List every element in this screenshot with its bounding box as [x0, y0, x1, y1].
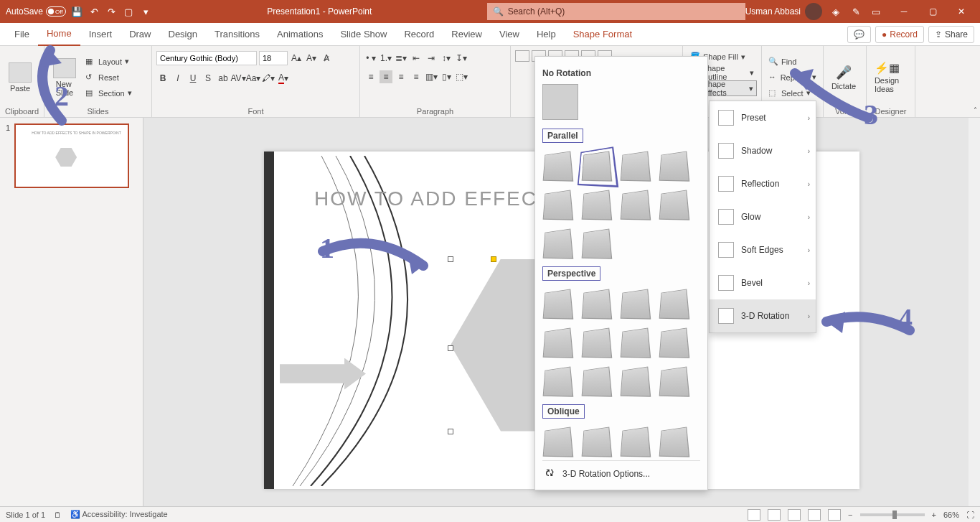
rotation-preset[interactable]: [582, 151, 613, 181]
maximize-button[interactable]: ▢: [918, 0, 947, 23]
rotation-preset[interactable]: [621, 327, 651, 358]
slideshow-icon[interactable]: ▢: [122, 5, 135, 18]
adjust-handle[interactable]: [491, 256, 496, 262]
close-button[interactable]: ✕: [947, 0, 976, 23]
normal-view-button[interactable]: [748, 509, 760, 521]
rotation-preset[interactable]: [582, 190, 613, 220]
rotation-preset[interactable]: [543, 151, 574, 181]
underline-button[interactable]: U: [187, 72, 199, 85]
no-rotation-swatch[interactable]: [542, 84, 578, 120]
rotation-preset[interactable]: [543, 228, 574, 258]
zoom-out-button[interactable]: −: [848, 511, 852, 519]
menu-reflection[interactable]: Reflection›: [710, 167, 816, 200]
char-spacing-button[interactable]: AV▾: [232, 72, 245, 85]
rotation-preset[interactable]: [582, 427, 613, 457]
fit-window-button[interactable]: ⛶: [966, 511, 974, 519]
tab-review[interactable]: Review: [443, 23, 491, 46]
zoom-slider[interactable]: [860, 513, 925, 516]
diamond-icon[interactable]: ◈: [829, 5, 842, 18]
align-text-button[interactable]: ▯▾: [440, 70, 453, 83]
rotation-preset[interactable]: [659, 427, 690, 457]
tab-shape-format[interactable]: Shape Format: [565, 23, 641, 46]
rotation-preset[interactable]: [621, 289, 651, 319]
increase-font-icon[interactable]: A▴: [290, 52, 303, 65]
menu-soft-edges[interactable]: Soft Edges›: [710, 233, 816, 266]
rotation-preset[interactable]: [582, 228, 613, 258]
font-size-select[interactable]: [259, 51, 288, 65]
notes-icon[interactable]: 🗒: [54, 511, 62, 519]
list-levels-button[interactable]: ≣▾: [395, 52, 407, 65]
rotation-preset[interactable]: [582, 366, 613, 396]
bold-button[interactable]: B: [156, 72, 169, 85]
tab-animations[interactable]: Animations: [268, 23, 331, 46]
autosave-toggle[interactable]: AutoSave Off: [6, 6, 66, 17]
rotation-preset[interactable]: [621, 427, 651, 457]
tab-design[interactable]: Design: [160, 23, 206, 46]
align-left-button[interactable]: ≡: [364, 70, 377, 83]
rotation-preset[interactable]: [543, 327, 574, 358]
change-case-button[interactable]: Aa▾: [247, 72, 260, 85]
tab-insert[interactable]: Insert: [80, 23, 121, 46]
tab-transitions[interactable]: Transitions: [206, 23, 268, 46]
undo-icon[interactable]: ↶: [88, 5, 100, 18]
rotation-options-button[interactable]: 🗘 3-D Rotation Options...: [542, 460, 700, 483]
decrease-font-icon[interactable]: A▾: [305, 52, 318, 65]
pencil-icon[interactable]: ✎: [849, 5, 862, 18]
smartart-button[interactable]: ⬚▾: [455, 70, 468, 83]
align-right-button[interactable]: ≡: [395, 70, 407, 83]
menu-3d-rotation[interactable]: 3-D Rotation›: [710, 299, 816, 332]
reading-view-button[interactable]: [788, 509, 801, 521]
menu-glow[interactable]: Glow›: [710, 200, 816, 233]
resize-handle[interactable]: [448, 256, 453, 262]
clear-format-icon[interactable]: A̷: [320, 52, 333, 65]
font-color-button[interactable]: A▾: [277, 72, 290, 85]
strike-button[interactable]: S: [202, 72, 215, 85]
minimize-button[interactable]: ─: [890, 0, 918, 23]
rotation-preset[interactable]: [621, 366, 651, 396]
zoom-in-button[interactable]: +: [932, 511, 936, 519]
rotation-preset[interactable]: [621, 151, 651, 181]
rotation-preset[interactable]: [659, 151, 690, 181]
line-spacing-button[interactable]: ↕▾: [440, 52, 453, 65]
dec-indent-button[interactable]: ⇤: [410, 52, 423, 65]
inc-indent-button[interactable]: ⇥: [425, 52, 438, 65]
menu-shadow[interactable]: Shadow›: [710, 134, 816, 167]
align-center-button[interactable]: ≡: [380, 70, 392, 83]
collapse-ribbon-icon[interactable]: ˄: [974, 106, 977, 114]
rotation-preset[interactable]: [543, 427, 574, 457]
record-button[interactable]: ● Record: [875, 26, 924, 43]
reset-button[interactable]: ↺Reset: [83, 70, 134, 85]
rotation-preset[interactable]: [543, 190, 574, 220]
user-account[interactable]: Usman Abbasi: [745, 3, 822, 20]
vertical-scrollbar[interactable]: [969, 118, 980, 522]
zoom-level[interactable]: 66%: [943, 511, 959, 519]
highlight-button[interactable]: 🖍▾: [262, 72, 275, 85]
ribbon-mode-icon[interactable]: ▭: [870, 5, 882, 18]
tab-view[interactable]: View: [491, 23, 528, 46]
rotation-preset[interactable]: [659, 327, 690, 358]
rotation-preset[interactable]: [543, 366, 574, 396]
shape-swatch[interactable]: [515, 50, 529, 62]
search-box[interactable]: 🔍 Search (Alt+Q): [487, 3, 745, 20]
rotation-preset[interactable]: [659, 289, 690, 319]
rotation-preset[interactable]: [543, 289, 574, 319]
comments-button[interactable]: 💬: [847, 26, 871, 43]
resize-handle[interactable]: [448, 429, 453, 434]
text-direction-button[interactable]: ↧▾: [455, 52, 468, 65]
italic-button[interactable]: I: [171, 72, 184, 85]
layout-button[interactable]: ▦Layout▾: [83, 55, 134, 69]
rotation-preset[interactable]: [659, 190, 690, 220]
slideshow-view-button[interactable]: [808, 509, 821, 521]
tab-help[interactable]: Help: [528, 23, 565, 46]
numbering-button[interactable]: 1.▾: [380, 52, 392, 65]
tab-record[interactable]: Record: [395, 23, 443, 46]
resize-handle[interactable]: [448, 345, 453, 351]
rotation-preset[interactable]: [621, 190, 651, 220]
sorter-view-button[interactable]: [768, 509, 781, 521]
justify-button[interactable]: ≡: [410, 70, 423, 83]
accessibility-status[interactable]: ♿ Accessibility: Investigate: [70, 510, 168, 519]
qatoverflow-icon[interactable]: ▾: [139, 5, 152, 18]
columns-button[interactable]: ▥▾: [425, 70, 438, 83]
redo-icon[interactable]: ↷: [105, 5, 118, 18]
share-button[interactable]: ⇪ Share: [928, 26, 974, 43]
